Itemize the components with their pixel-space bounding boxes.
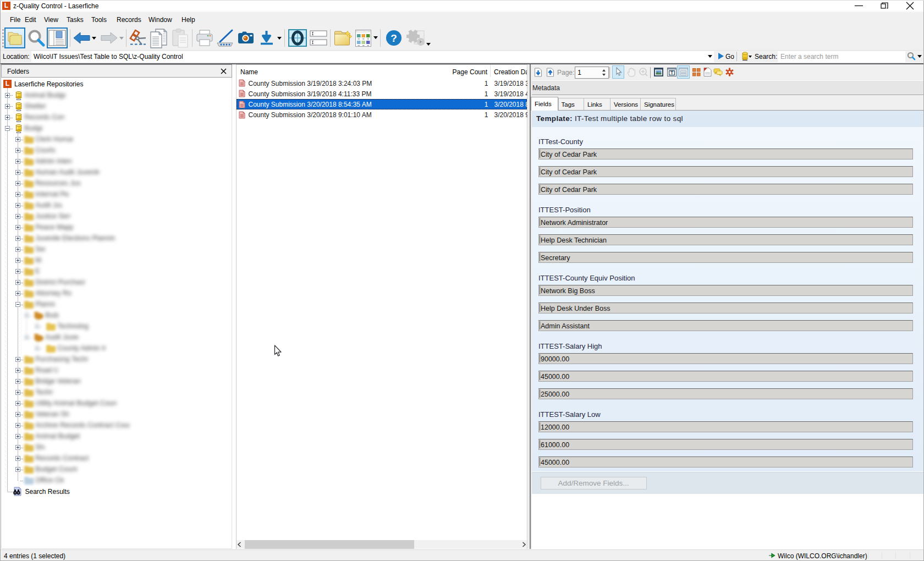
svg-text:T: T bbox=[670, 70, 674, 75]
svg-text:?: ? bbox=[391, 32, 397, 44]
